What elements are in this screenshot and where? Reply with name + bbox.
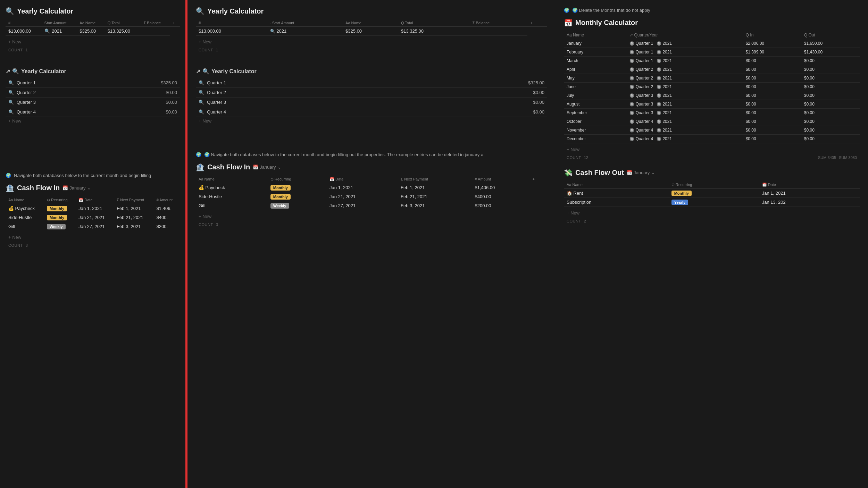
- list-item[interactable]: 🔍 Quarter 4 $0.00: [196, 107, 547, 117]
- table-row[interactable]: March 🔘 Quarter 1 🔘 2021 $0.00 $0.00: [564, 56, 860, 65]
- list-item[interactable]: 🔍 Quarter 2 $0.00: [6, 88, 180, 98]
- cell-extra: [530, 183, 548, 192]
- right-monthly-new-button[interactable]: + New: [564, 145, 860, 153]
- cell-out: $0.00: [801, 100, 860, 108]
- cell-quarter-year: 🔘 Quarter 2 🔘 2021: [627, 74, 743, 82]
- table-row[interactable]: 💰 Paycheck Monthly Jan 1, 2021 Feb 1, 20…: [196, 183, 547, 192]
- cell-name: November: [564, 126, 627, 134]
- table-row[interactable]: Side-Hustle Monthly Jan 21, 2021 Feb 21,…: [6, 213, 180, 222]
- left-yearly-count: COUNT 1: [6, 46, 180, 54]
- table-row[interactable]: April 🔘 Quarter 2 🔘 2021 $0.00 $0.00: [564, 65, 860, 74]
- cell-name: 🔍 2021: [267, 27, 343, 36]
- col-name: Aa Name: [564, 31, 627, 39]
- left-cash-flow-in-new-button[interactable]: + New: [6, 233, 180, 241]
- cell-quarter-year: 🔘 Quarter 1 🔘 2021: [627, 39, 743, 48]
- search-icon: 🔍: [8, 90, 14, 95]
- table-row[interactable]: Subscription Yearly Jan 13, 202: [564, 197, 860, 207]
- cell-quarter-year: 🔘 Quarter 3 🔘 2021: [627, 108, 743, 117]
- table-row[interactable]: Side-Hustle Monthly Jan 21, 2021 Feb 21,…: [196, 192, 547, 201]
- list-item[interactable]: 🔍 Quarter 2 $0.00: [196, 88, 547, 98]
- list-item[interactable]: 🔍 Quarter 1 $325.00: [196, 78, 547, 88]
- search-icon: 🔍: [196, 7, 205, 15]
- cell-name: Gift: [196, 201, 268, 210]
- table-row[interactable]: October 🔘 Quarter 4 🔘 2021 $0.00 $0.00: [564, 117, 860, 126]
- cell-date: Jan 21, 2021: [76, 213, 114, 222]
- list-item[interactable]: 🔍 Quarter 4 $0.00: [6, 107, 180, 117]
- list-item[interactable]: 🔍 Quarter 3 $0.00: [6, 98, 180, 107]
- middle-note: 🌍 🌍 Navigate both databases below to the…: [196, 151, 547, 158]
- cell-extra: [530, 201, 548, 210]
- table-row[interactable]: $13,000.00 🔍 2021 $325.00 $13,325.00: [196, 27, 547, 36]
- table-row[interactable]: November 🔘 Quarter 4 🔘 2021 $0.00 $0.00: [564, 126, 860, 134]
- cell-name: December: [564, 134, 627, 143]
- col-amount: # Amount: [154, 196, 180, 204]
- table-row[interactable]: $13,000.00 🔍 2021 $325.00 $13,325.00: [6, 27, 180, 36]
- left-linked-new-button[interactable]: + New: [6, 117, 180, 125]
- cell-start-amount: $13,000.00: [196, 27, 267, 36]
- col-date: 📅 Date: [327, 176, 398, 183]
- table-row[interactable]: September 🔘 Quarter 3 🔘 2021 $0.00 $0.00: [564, 108, 860, 117]
- search-icon: 🔍: [6, 7, 14, 15]
- cell-quarter-year: 🔘 Quarter 4 🔘 2021: [627, 126, 743, 134]
- cell-out: $1,430.00: [801, 48, 860, 56]
- cell-name: Side-Hustle: [196, 192, 268, 201]
- table-row[interactable]: Gift Weekly Jan 27, 2021 Feb 3, 2021 $20…: [196, 201, 547, 210]
- cell-recurring: Weekly: [268, 201, 327, 210]
- middle-yearly-calc-section: 🔍 Yearly Calculator # · Start Amount Aa …: [196, 7, 547, 54]
- cell-name: October: [564, 117, 627, 126]
- cell-recurring: Yearly: [669, 197, 759, 207]
- table-row[interactable]: February 🔘 Quarter 1 🔘 2021 $1,399.00 $1…: [564, 48, 860, 56]
- left-panel: 🔍 Yearly Calculator # Start Amount Aa Na…: [0, 0, 187, 488]
- table-row[interactable]: January 🔘 Quarter 1 🔘 2021 $2,006.00 $1,…: [564, 39, 860, 48]
- middle-cash-flow-in-new-button[interactable]: + New: [196, 212, 547, 220]
- col-plus[interactable]: +: [530, 176, 548, 183]
- table-row[interactable]: Gift Weekly Jan 27, 2021 Feb 3, 2021 $20…: [6, 222, 180, 231]
- col-total: Q Total: [398, 19, 470, 27]
- cell-extra: [530, 192, 548, 201]
- col-out: Q Out: [801, 31, 860, 39]
- table-row[interactable]: June 🔘 Quarter 2 🔘 2021 $0.00 $0.00: [564, 82, 860, 91]
- cell-next-payment: Feb 21, 2021: [398, 192, 472, 201]
- cell-amount: $200.00: [472, 201, 530, 210]
- cell-total: $325.00: [343, 27, 398, 36]
- right-monthly-calc-section: 📅 Monthly Calculator Aa Name ↗ Quarter/Y…: [564, 19, 860, 162]
- middle-yearly-table: # · Start Amount Aa Name Q Total Σ Balan…: [196, 19, 547, 36]
- col-in: Q In: [743, 31, 801, 39]
- cell-date: Jan 1, 2021: [76, 204, 114, 213]
- cell-in: $0.00: [743, 65, 801, 74]
- table-row[interactable]: 🏠 Rent Monthly Jan 1, 2021: [564, 188, 860, 197]
- list-item[interactable]: 🔍 Quarter 1 $325.00: [6, 78, 180, 88]
- middle-linked-new-button[interactable]: + New: [196, 117, 547, 125]
- cell-extra: [141, 27, 170, 36]
- right-cash-flow-out-title: 💸 Cash Flow Out 📅 January ⌄: [564, 169, 860, 177]
- right-cash-flow-out-new-button[interactable]: + New: [564, 209, 860, 217]
- table-row[interactable]: July 🔘 Quarter 3 🔘 2021 $0.00 $0.00: [564, 91, 860, 100]
- middle-yearly-new-button[interactable]: + New: [196, 38, 547, 46]
- cell-quarter-year: 🔘 Quarter 2 🔘 2021: [627, 65, 743, 74]
- left-linked-yearly-list: 🔍 Quarter 1 $325.00 🔍 Quarter 2 $0.00 🔍 …: [6, 78, 180, 117]
- left-cash-flow-in-title: 🏦 Cash Flow In 📅 January ⌄: [6, 184, 180, 192]
- col-name: Aa Name: [343, 19, 398, 27]
- cell-out: $0.00: [801, 91, 860, 100]
- cell-name: Subscription: [564, 197, 669, 207]
- cell-quarter-year: 🔘 Quarter 2 🔘 2021: [627, 82, 743, 91]
- table-row[interactable]: December 🔘 Quarter 4 🔘 2021 $0.00 $0.00: [564, 134, 860, 143]
- table-row[interactable]: 💰 Paycheck Monthly Jan 1, 2021 Feb 1, 20…: [6, 204, 180, 213]
- left-yearly-new-button[interactable]: + New: [6, 38, 180, 46]
- table-row[interactable]: May 🔘 Quarter 2 🔘 2021 $0.00 $0.00: [564, 74, 860, 82]
- cell-name: Gift: [6, 222, 44, 231]
- cell-amount: $400.00: [472, 192, 530, 201]
- cell-out: $0.00: [801, 117, 860, 126]
- table-row[interactable]: August 🔘 Quarter 3 🔘 2021 $0.00 $0.00: [564, 100, 860, 108]
- cell-recurring: Monthly: [44, 204, 76, 213]
- cell-name: September: [564, 108, 627, 117]
- col-plus[interactable]: +: [170, 19, 180, 27]
- col-hash: #: [6, 19, 42, 27]
- cell-recurring: Monthly: [669, 188, 759, 197]
- cell-in: $1,399.00: [743, 48, 801, 56]
- col-recurring: ⊙ Recurring: [669, 181, 759, 189]
- left-cash-flow-in-section: 🏦 Cash Flow In 📅 January ⌄ Aa Name ⊙ Rec…: [6, 184, 180, 250]
- col-plus[interactable]: +: [527, 19, 547, 27]
- list-item[interactable]: 🔍 Quarter 3 $0.00: [196, 98, 547, 107]
- cell-quarter-year: 🔘 Quarter 3 🔘 2021: [627, 100, 743, 108]
